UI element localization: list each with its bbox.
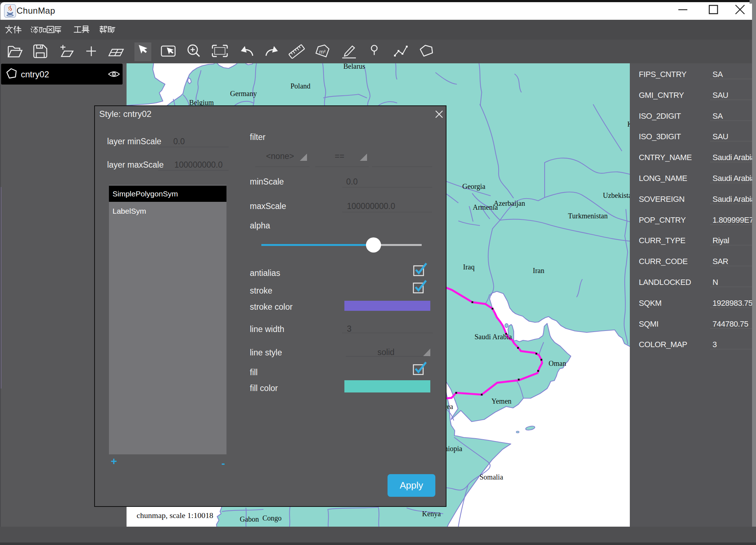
svg-text:K: K: [627, 120, 630, 128]
svg-text:Iraq: Iraq: [463, 263, 475, 271]
svg-text:Georgia: Georgia: [462, 182, 485, 191]
svg-text:Iran: Iran: [533, 267, 544, 274]
svg-text:Poland: Poland: [290, 82, 311, 90]
svg-text:Somalia: Somalia: [480, 473, 503, 481]
svg-text:Yemen: Yemen: [491, 397, 512, 405]
svg-text:Congo: Congo: [262, 514, 281, 522]
svg-text:Gabon: Gabon: [240, 515, 259, 523]
svg-text:Azerbaijan: Azerbaijan: [494, 199, 525, 208]
svg-text:chunmap, scale 1:10018: chunmap, scale 1:10018: [137, 511, 213, 520]
svg-text:Saudi Arabia: Saudi Arabia: [475, 333, 512, 341]
svg-text:m²: m²: [319, 49, 326, 55]
svg-text:Kenya: Kenya: [422, 510, 441, 518]
svg-text:Turkmenistan: Turkmenistan: [568, 212, 608, 220]
svg-text:Oman: Oman: [549, 359, 566, 367]
svg-text:Uzbekistan: Uzbekistan: [603, 191, 630, 199]
svg-text:hiopia: hiopia: [444, 445, 462, 453]
svg-text:Belarus: Belarus: [343, 63, 365, 70]
svg-text:Germany: Germany: [230, 90, 257, 98]
